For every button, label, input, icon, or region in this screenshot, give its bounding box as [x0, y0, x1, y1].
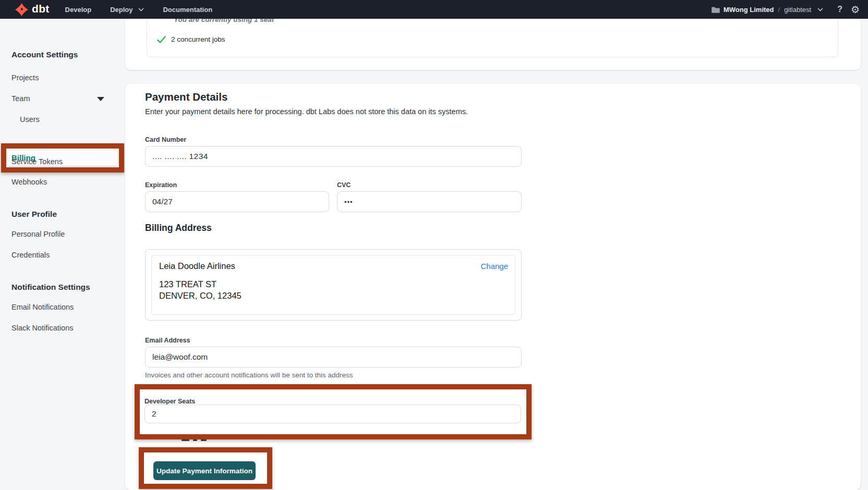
project-name: gitlabtest: [784, 6, 811, 14]
expiration-label: Expiration: [145, 181, 177, 189]
nav-deploy-label: Deploy: [110, 6, 132, 14]
page: dbt Develop Deploy Documentation MWong L…: [0, 0, 868, 490]
sidebar-item-slack-notifications[interactable]: Slack Notifications: [11, 324, 73, 332]
annotation-box-update-button: Update Payment Information: [139, 447, 272, 489]
payment-details-card: Payment Details Enter your payment detai…: [125, 84, 861, 490]
project-switcher[interactable]: gitlabtest: [784, 6, 823, 14]
email-helper-text: Invoices and other account notifications…: [145, 371, 353, 379]
navbar-right: MWong Limited / gitlabtest ? ⚙: [712, 5, 860, 15]
brand-name: dbt: [32, 3, 50, 16]
nav-develop[interactable]: Develop: [65, 6, 92, 14]
account-name: MWong Limited: [724, 6, 774, 14]
nav-deploy[interactable]: Deploy: [110, 6, 144, 14]
dbt-logo-icon: [15, 3, 29, 17]
card-number-input[interactable]: [145, 146, 522, 167]
expiration-input[interactable]: [145, 191, 329, 212]
account-switcher[interactable]: MWong Limited: [712, 6, 774, 14]
sidebar-item-webhooks[interactable]: Webhooks: [11, 178, 47, 186]
dbt-home-button[interactable]: dbt: [15, 3, 50, 17]
update-payment-button[interactable]: Update Payment Information: [153, 461, 256, 480]
change-address-link[interactable]: Change: [480, 262, 508, 271]
plan-feature-text: 2 concurrent jobs: [171, 35, 225, 43]
settings-gear-icon[interactable]: ⚙: [851, 5, 860, 15]
billing-address-name: Leia Doodle Airlines: [159, 261, 508, 271]
plan-feature-row: 2 concurrent jobs: [157, 35, 225, 43]
billing-address-title: Billing Address: [145, 223, 212, 234]
sidebar-item-projects[interactable]: Projects: [11, 74, 39, 82]
card-number-label: Card Number: [145, 136, 186, 143]
settings-sidebar: Account Settings Projects Team Users Bil…: [0, 19, 124, 490]
billing-address-panel: Leia Doodle Airlines Change 123 TREAT ST…: [151, 255, 515, 315]
annotation-box-developer-seats: Developer Seats: [135, 384, 532, 439]
breadcrumb-separator: /: [778, 6, 780, 14]
payment-details-title: Payment Details: [145, 91, 227, 103]
sidebar-item-team-label: Team: [11, 94, 30, 103]
nav-documentation[interactable]: Documentation: [163, 6, 212, 14]
email-address-input[interactable]: [145, 347, 522, 368]
sidebar-item-service-tokens[interactable]: Service Tokens: [11, 157, 63, 166]
developer-seats-label: Developer Seats: [144, 398, 195, 405]
payment-details-description: Enter your payment details here for proc…: [145, 107, 468, 116]
sidebar-item-personal-profile[interactable]: Personal Profile: [11, 230, 65, 238]
sidebar-item-email-notifications[interactable]: Email Notifications: [11, 303, 74, 311]
folder-icon: [712, 6, 720, 13]
sidebar-heading-notification-settings: Notification Settings: [11, 283, 90, 292]
cvc-label: CVC: [337, 181, 351, 189]
chevron-down-icon: [138, 8, 144, 11]
developer-seats-input[interactable]: [144, 405, 521, 423]
sidebar-heading-account-settings: Account Settings: [11, 50, 78, 59]
help-button[interactable]: ?: [837, 5, 842, 14]
sidebar-item-users[interactable]: Users: [20, 115, 40, 124]
billing-address-box: Leia Doodle Airlines Change 123 TREAT ST…: [145, 249, 522, 321]
chevron-down-icon: [817, 8, 823, 11]
caret-down-icon: [97, 97, 104, 101]
sidebar-item-credentials[interactable]: Credentials: [11, 251, 50, 259]
main-nav: Develop Deploy Documentation: [65, 6, 213, 14]
top-navbar: dbt Develop Deploy Documentation MWong L…: [0, 0, 868, 19]
billing-address-line2: DENVER, CO, 12345: [159, 290, 508, 302]
billing-address-lines: 123 TREAT ST DENVER, CO, 12345: [159, 279, 508, 301]
sidebar-heading-user-profile: User Profile: [11, 210, 57, 219]
obscured-text-remnant: [182, 439, 207, 441]
check-icon: [157, 36, 166, 43]
sidebar-item-team[interactable]: Team: [11, 94, 114, 103]
email-address-label: Email Address: [145, 337, 190, 344]
usage-summary-card: You are currently using 1 seat 2 concurr…: [125, 19, 861, 70]
billing-address-line1: 123 TREAT ST: [159, 279, 508, 290]
cvc-input[interactable]: [337, 191, 522, 212]
